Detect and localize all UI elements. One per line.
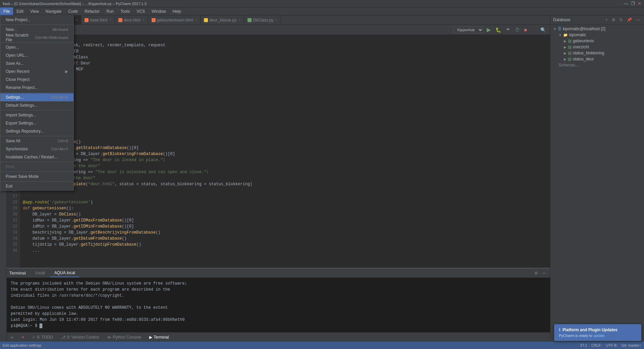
tab-deur-klasse-py-label: deur_klasse.py	[209, 18, 236, 22]
maximize-btn[interactable]: ❐	[631, 1, 635, 6]
panel-tab-python-console[interactable]: ≫ Python Console	[103, 334, 145, 341]
db-table-overzicht[interactable]: ▶ ▤ overzicht	[550, 44, 644, 50]
run-config-selector[interactable]: Kippenhok	[453, 27, 483, 33]
dd-invalidate-caches[interactable]: Invalidate Caches / Restart...	[0, 153, 73, 161]
db-tree-schema[interactable]: ▼ 📁 kipomatic	[550, 32, 644, 38]
panel-tab-version-control[interactable]: ⎇ 9: Version Control	[57, 334, 103, 341]
dd-save-as-label: Save As...	[6, 61, 24, 66]
code-line-21: if status_blokkering == "The door is loc…	[23, 157, 547, 163]
bottom-tab-aqua[interactable]: AQUA.local	[50, 269, 79, 277]
dd-open-url[interactable]: Open URL...	[0, 51, 73, 59]
tab-dbclass-py-close[interactable]: ×	[275, 18, 277, 22]
menu-edit[interactable]: Edit	[13, 7, 27, 15]
dd-synchronize[interactable]: Synchronize Ctrl+Alt+Y	[0, 145, 73, 153]
stop-button[interactable]: ■	[523, 27, 528, 33]
tab-base-html[interactable]: base.html ×	[81, 15, 115, 25]
dd-sep-7	[0, 171, 73, 172]
menu-navigate[interactable]: Navigate	[42, 7, 65, 15]
dd-import-settings[interactable]: Import Settings...	[0, 111, 73, 119]
notification-popup: ℹ Platform and Plugin Updates PyCharm is…	[554, 324, 641, 341]
dd-open[interactable]: Open...	[0, 43, 73, 51]
db-minimize-btn[interactable]: —	[635, 17, 641, 23]
toolbar: Kippenhok ▶ 🐛 ☂ ⏱ ■ 🔍	[7, 25, 550, 35]
status-encoding[interactable]: UTF-8:	[606, 343, 617, 347]
menu-tools[interactable]: Tools	[117, 7, 133, 15]
code-line-2: from flask import Flask, redirect, rende…	[23, 42, 547, 48]
db-tree-connection[interactable]: ▼ 🗄 kipomatic@localhost [2]	[550, 26, 644, 32]
panel-tab-todo-label: 6: TODO	[37, 335, 53, 340]
menu-refactor[interactable]: Refactor	[81, 7, 103, 15]
db-settings-btn[interactable]: ⚙	[610, 17, 617, 23]
dd-open-recent[interactable]: Open Recent ▶	[0, 67, 73, 76]
menu-vcs[interactable]: VCS	[133, 7, 148, 15]
dd-save-as[interactable]: Save As...	[0, 59, 73, 67]
db-pin-btn[interactable]: 📌	[626, 17, 633, 23]
menu-view[interactable]: View	[27, 7, 42, 15]
dd-settings[interactable]: Settings... Ctrl+Alt+S	[0, 93, 73, 101]
tab-deur-html-close[interactable]: ×	[143, 18, 145, 22]
menu-file[interactable]: File	[0, 7, 13, 15]
status-edit-settings[interactable]: Edit application settings	[3, 343, 42, 347]
terminal-minimize-btn[interactable]: —	[541, 270, 547, 276]
panel-tab-terminal-label: Terminal	[154, 335, 169, 340]
run-button[interactable]: ▶	[485, 26, 492, 34]
db-table-status-blokkering[interactable]: ▶ ▤ status_blokkering	[550, 50, 644, 56]
dd-new[interactable]: New... Alt+Insert	[0, 26, 73, 34]
close-btn[interactable]: ✕	[638, 1, 641, 6]
python-console-icon: ≫	[107, 335, 111, 340]
debug-button[interactable]: 🐛	[494, 27, 502, 33]
code-line-6: from MCPklasse import MCP	[23, 66, 547, 72]
dd-exit[interactable]: Exit	[0, 182, 73, 190]
dd-new-scratch[interactable]: New Scratch File Ctrl+Alt+Shift+Insert	[0, 34, 73, 42]
dd-rename-project[interactable]: Rename Project...	[0, 84, 73, 92]
panel-tab-todo[interactable]: ✓ 6: TODO	[28, 334, 57, 341]
panel-close-btn[interactable]: ×	[17, 333, 28, 341]
dd-open-label: Open...	[6, 45, 19, 50]
tab-gebeurtenissen-html[interactable]: gebeurtenissen.html ×	[148, 15, 201, 25]
dd-default-settings-label: Default Settings...	[6, 103, 38, 108]
db-add-btn[interactable]: +	[604, 17, 609, 23]
tab-deur-html[interactable]: deur.html ×	[115, 15, 148, 25]
code-content[interactable]: from flask import Flask, redirect, rende…	[20, 35, 550, 268]
title-controls[interactable]: — ❐ ✕	[624, 1, 641, 6]
bottom-tab-local[interactable]: Local	[31, 269, 49, 277]
tab-deur-klasse-py[interactable]: deur_klasse.py ×	[201, 15, 244, 25]
tab-deur-klasse-py-close[interactable]: ×	[238, 18, 240, 22]
terminal-content[interactable]: The programs included with the Debian GN…	[7, 278, 550, 332]
notification-title-text: Platform and Plugin Updates	[562, 328, 618, 332]
tab-base-html-close[interactable]: ×	[109, 18, 111, 22]
dd-power-save[interactable]: Power Save Mode	[0, 172, 73, 181]
menu-code[interactable]: Code	[65, 7, 81, 15]
dd-close-project-label: Close Project	[6, 77, 30, 82]
tab-gebeurtenissen-html-close[interactable]: ×	[195, 18, 197, 22]
panel-tab-terminal[interactable]: ▶ Terminal	[145, 334, 173, 341]
terminal-line-2: the exact distribution terms for each pr…	[11, 287, 546, 293]
panel-add-btn[interactable]: +	[7, 333, 17, 341]
code-line-23: elif status_blokkering == "The door is u…	[23, 169, 547, 175]
db-table-status-deur[interactable]: ▶ ▤ status_deur	[550, 56, 644, 62]
db-schemas-item[interactable]: Schemas...	[550, 62, 644, 68]
tab-dbclass-py[interactable]: DbClass.py ×	[244, 15, 281, 25]
dd-export-settings[interactable]: Export Settings...	[0, 119, 73, 127]
db-refresh-btn[interactable]: ↻	[618, 17, 624, 23]
dd-close-project[interactable]: Close Project	[0, 76, 73, 84]
menu-run[interactable]: Run	[103, 7, 117, 15]
dd-default-settings[interactable]: Default Settings...	[0, 101, 73, 109]
menu-help[interactable]: Help	[169, 7, 184, 15]
status-left: Edit application settings	[3, 343, 577, 347]
tab-kippenhok-py-close[interactable]: ×	[76, 18, 78, 22]
search-everywhere-btn[interactable]: 🔍	[539, 27, 547, 33]
minimize-btn[interactable]: —	[624, 1, 628, 6]
status-git[interactable]: Git: master↑	[622, 343, 641, 347]
code-line-12	[23, 103, 547, 109]
profile-button[interactable]: ⏱	[514, 27, 521, 33]
db-table-gebeurtenis[interactable]: ▶ ▤ gebeurtenis	[550, 38, 644, 44]
dd-settings-repo[interactable]: Settings Repository...	[0, 127, 73, 135]
status-line-ending[interactable]: CRLF:	[591, 343, 602, 347]
notification-update-link[interactable]: update.	[593, 334, 606, 338]
dd-new-project[interactable]: New Project...	[0, 16, 73, 24]
coverage-button[interactable]: ☂	[504, 27, 512, 33]
menu-window[interactable]: Window	[148, 7, 169, 15]
terminal-settings-btn[interactable]: ⚙	[533, 270, 539, 276]
dd-save-all[interactable]: Save All Ctrl+S	[0, 137, 73, 145]
